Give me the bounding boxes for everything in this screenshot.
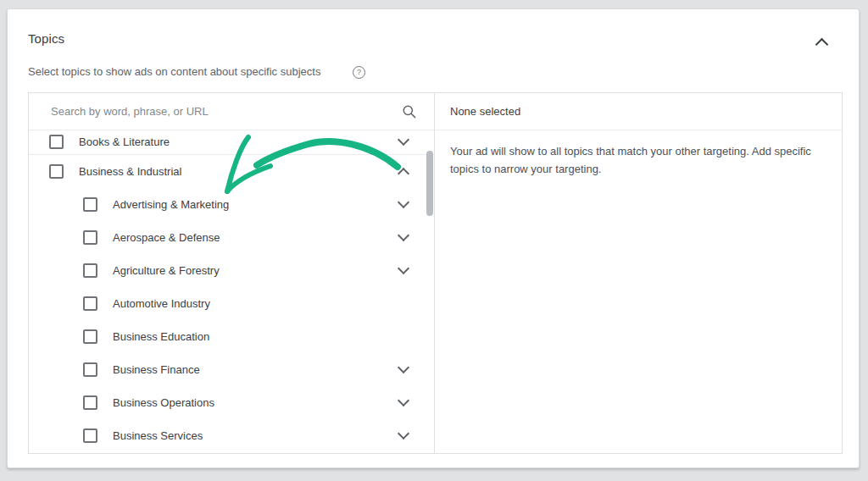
topic-label: Business Services [113,429,203,442]
topic-label: Business & Industrial [79,165,181,178]
topic-checkbox[interactable] [83,296,97,311]
chevron-down-icon[interactable] [398,263,409,274]
topic-label: Books & Literature [79,135,170,148]
chevron-down-icon[interactable] [398,428,409,440]
topic-label: Agriculture & Forestry [113,264,220,277]
topic-row[interactable]: Automotive Industry [29,287,434,320]
search-input[interactable] [49,104,434,119]
topic-label: Aerospace & Defense [113,231,220,244]
page-title: Topics [28,31,64,46]
topic-label: Business Education [113,330,209,343]
topic-row[interactable]: Books & Literature [29,130,434,155]
chevron-down-icon[interactable] [398,196,409,208]
chevron-down-icon[interactable] [398,229,409,241]
topic-label: Business Operations [113,396,214,409]
topic-label: Advertising & Marketing [113,198,229,211]
topic-checkbox[interactable] [83,395,97,410]
topics-picker: Books & LiteratureBusiness & IndustrialA… [28,92,843,454]
selection-description: Your ad will show to all topics that mat… [450,142,820,178]
selection-pane: None selected Your ad will show to all t… [435,93,842,453]
topic-checkbox[interactable] [83,362,97,377]
topic-label: Automotive Industry [113,297,210,310]
topic-checkbox[interactable] [49,164,64,179]
topic-row[interactable]: Business Services [29,419,434,452]
topic-row[interactable]: Advertising & Marketing [29,188,434,221]
selection-status: None selected [435,93,842,130]
topic-checkbox[interactable] [83,263,97,278]
topics-list: Books & LiteratureBusiness & IndustrialA… [29,130,434,453]
topics-card: Topics Select topics to show ads on cont… [7,8,860,468]
chevron-up-icon[interactable] [398,168,409,180]
chevron-down-icon[interactable] [398,395,409,406]
topic-row[interactable]: Agriculture & Forestry [29,254,434,287]
help-icon[interactable]: ? [353,66,365,79]
scrollbar-thumb[interactable] [426,151,433,216]
chevron-up-icon [815,38,829,52]
search-row [29,93,434,130]
search-icon[interactable] [402,104,417,119]
topic-label: Business Finance [113,363,200,376]
topic-row[interactable]: Business & Industrial [29,155,434,188]
collapse-panel-button[interactable] [813,35,832,50]
panel-subtitle: Select topics to show ads on content abo… [28,65,320,78]
topics-browse-pane: Books & LiteratureBusiness & IndustrialA… [29,93,435,453]
topic-checkbox[interactable] [49,135,64,149]
chevron-down-icon[interactable] [398,362,409,373]
topic-row[interactable]: Aerospace & Defense [29,221,434,254]
topic-checkbox[interactable] [83,197,97,212]
chevron-down-icon[interactable] [398,134,409,146]
topic-row[interactable]: Business Education [29,320,434,353]
topic-row[interactable]: Business Finance [29,353,434,386]
topic-row[interactable]: Business Operations [29,386,434,419]
topic-checkbox[interactable] [83,230,97,245]
topic-checkbox[interactable] [83,329,97,344]
topic-checkbox[interactable] [83,428,97,443]
